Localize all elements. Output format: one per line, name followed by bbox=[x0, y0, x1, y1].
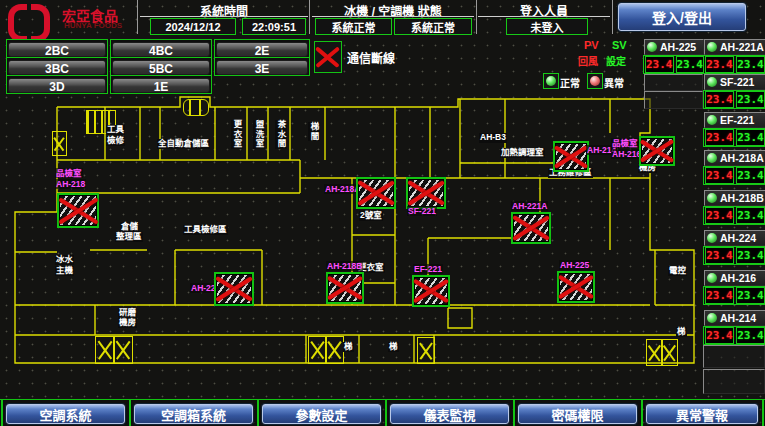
nav-parameter-settings-button[interactable]: 參數設定 bbox=[262, 404, 381, 424]
device-icon-ah-221a[interactable] bbox=[511, 212, 551, 244]
unit-values: 23.4 23.4 bbox=[703, 326, 765, 345]
device-icon-sf-221[interactable] bbox=[406, 177, 446, 209]
room-label: 冰水 bbox=[55, 255, 74, 265]
room-label: 梯間 bbox=[308, 122, 320, 141]
unit-name: SF-221 bbox=[720, 76, 754, 88]
device-label-ah-221a: AH-221A bbox=[511, 201, 548, 211]
device-label-ah-218: AH-218 bbox=[55, 179, 86, 189]
shaft-icon bbox=[325, 336, 344, 364]
unit-values: 23.4 23.4 bbox=[703, 166, 765, 185]
footer-divider bbox=[641, 400, 643, 426]
footer-divider bbox=[1, 400, 3, 426]
unit-values: 23.4 23.4 bbox=[703, 286, 765, 305]
sv-value: 23.4 bbox=[736, 207, 765, 224]
sv-value: 23.4 bbox=[736, 247, 765, 264]
room-label: 梯 bbox=[676, 327, 687, 337]
nav-ac-system-button[interactable]: 空調系統 bbox=[6, 404, 125, 424]
shaft-icon bbox=[52, 131, 67, 156]
unit-sf-221[interactable]: SF-221 bbox=[704, 74, 765, 90]
shaft-icon bbox=[661, 339, 678, 366]
device-icon-ah-216[interactable] bbox=[639, 136, 675, 166]
pv-value: 23.4 bbox=[705, 327, 734, 344]
pv-value: 23.4 bbox=[705, 287, 734, 304]
unit-led-icon bbox=[707, 153, 717, 163]
room-label: 主機 bbox=[55, 266, 74, 276]
room-label: 梯 bbox=[388, 342, 399, 352]
room-label: 加熱調理室 bbox=[500, 148, 545, 158]
pv-value: 23.4 bbox=[645, 56, 674, 73]
sv-value: 23.4 bbox=[736, 167, 765, 184]
room-label: 盥洗室 bbox=[253, 120, 265, 149]
unit-ah-218a[interactable]: AH-218A bbox=[704, 150, 765, 166]
unit-name: AH-221A bbox=[720, 41, 764, 53]
device-icon-ah-214[interactable] bbox=[553, 141, 589, 172]
room-label: 工具 bbox=[106, 125, 125, 135]
device-icon-ah-218[interactable] bbox=[57, 193, 99, 228]
unit-name: AH-218A bbox=[720, 152, 764, 164]
device-icon-ah-225[interactable] bbox=[557, 271, 595, 303]
room-label: 2號室 bbox=[359, 211, 383, 221]
unit-ah-221a[interactable]: AH-221A bbox=[704, 39, 765, 55]
unit-values: 23.4 23.4 bbox=[703, 128, 765, 147]
unit-name: AH-224 bbox=[720, 232, 756, 244]
unit-led-icon bbox=[707, 115, 717, 125]
sv-value: 23.4 bbox=[736, 287, 765, 304]
device-label-ah-216: AH-216 bbox=[611, 149, 642, 159]
unit-values: 23.4 23.4 bbox=[703, 55, 765, 74]
nav-meter-monitor-button[interactable]: 儀表監視 bbox=[390, 404, 509, 424]
room-label: AH-B3 bbox=[479, 133, 507, 143]
unit-ah-214[interactable]: AH-214 bbox=[704, 310, 765, 326]
nav-ahu-system-button[interactable]: 空調箱系統 bbox=[134, 404, 253, 424]
empty-slot bbox=[644, 74, 703, 91]
device-label-ef-221: EF-221 bbox=[413, 264, 443, 274]
sv-value: 23.4 bbox=[736, 56, 765, 73]
room-label: 電控 bbox=[668, 266, 687, 276]
room-label: 機房 bbox=[118, 318, 137, 328]
device-icon-ah-218a[interactable] bbox=[356, 177, 396, 209]
unit-ef-221[interactable]: EF-221 bbox=[704, 112, 765, 128]
footer-divider bbox=[257, 400, 259, 426]
unit-name: AH-214 bbox=[720, 312, 756, 324]
unit-ah-225[interactable]: AH-225 bbox=[644, 39, 704, 55]
hmi-screen: 宏亞食品 HUNYA FOODS 系統時間 2024/12/12 22:09:5… bbox=[0, 0, 765, 426]
empty-slot bbox=[703, 369, 765, 394]
empty-slot bbox=[644, 91, 703, 109]
unit-led-icon bbox=[707, 313, 717, 323]
sv-value: 23.4 bbox=[736, 91, 765, 108]
pv-value: 23.4 bbox=[705, 207, 734, 224]
device-icon-ah-224[interactable] bbox=[214, 272, 254, 306]
shaft-icon bbox=[95, 336, 115, 364]
device-icon-ah-218b[interactable] bbox=[326, 272, 364, 304]
unit-led-icon bbox=[707, 42, 717, 52]
device-room-label: 品檢室 bbox=[55, 168, 83, 178]
room-label: 工具檢修區 bbox=[183, 225, 228, 235]
nav-abnormal-alarm-button[interactable]: 異常警報 bbox=[646, 404, 758, 424]
unit-led-icon bbox=[707, 77, 717, 87]
room-label: 茶水間 bbox=[275, 120, 287, 149]
room-label: 整理區 bbox=[115, 232, 143, 242]
unit-led-icon bbox=[707, 233, 717, 243]
pv-value: 23.4 bbox=[705, 167, 734, 184]
shaft-icon bbox=[113, 336, 133, 364]
unit-values: 23.4 23.4 bbox=[703, 206, 765, 225]
device-label-ah-218b: AH-218B bbox=[326, 261, 363, 271]
empty-slot bbox=[703, 345, 765, 368]
footer-nav: 空調系統 空調箱系統 參數設定 儀表監視 密碼權限 異常警報 bbox=[0, 399, 765, 426]
unit-ah-218b[interactable]: AH-218B bbox=[704, 190, 765, 206]
device-room-label: 品檢室 bbox=[611, 138, 639, 148]
unit-ah-224[interactable]: AH-224 bbox=[704, 230, 765, 246]
sv-value: 23.4 bbox=[736, 327, 765, 344]
footer-divider bbox=[385, 400, 387, 426]
pv-value: 23.4 bbox=[705, 56, 734, 73]
unit-ah-216[interactable]: AH-216 bbox=[704, 270, 765, 286]
sv-value: 23.4 bbox=[676, 56, 705, 73]
pv-value: 23.4 bbox=[705, 91, 734, 108]
unit-values: 23.4 23.4 bbox=[703, 246, 765, 265]
unit-name: AH-216 bbox=[720, 272, 756, 284]
device-label-ah-225: AH-225 bbox=[559, 260, 590, 270]
room-label: 梯 bbox=[343, 342, 354, 352]
pv-value: 23.4 bbox=[705, 129, 734, 146]
device-icon-ef-221[interactable] bbox=[412, 275, 450, 307]
room-label: 全自動倉儲區 bbox=[157, 139, 210, 149]
nav-password-authority-button[interactable]: 密碼權限 bbox=[518, 404, 637, 424]
